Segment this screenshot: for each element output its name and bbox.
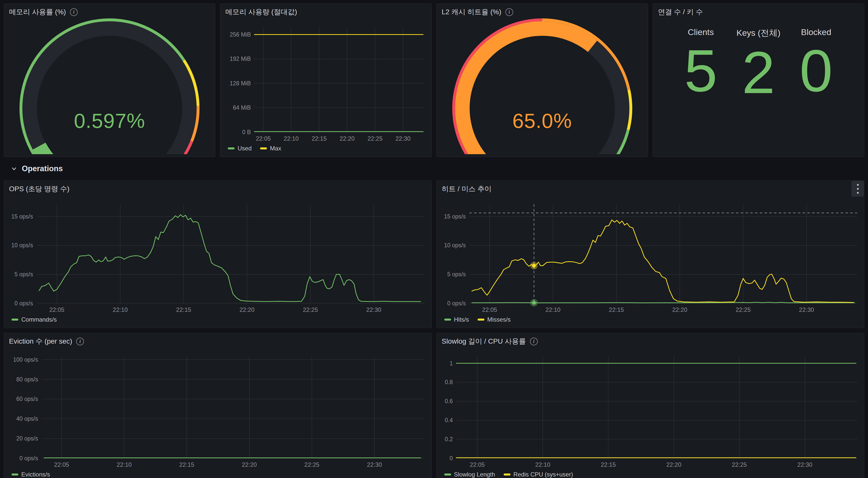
svg-text:5 ops/s: 5 ops/s — [447, 271, 466, 277]
svg-text:22:05: 22:05 — [256, 135, 271, 142]
legend-item-commands-s[interactable]: Commands/s — [11, 316, 57, 323]
stat-value: 2 — [742, 41, 775, 104]
l2-cache-gauge[interactable] — [441, 17, 644, 154]
panel-evictions: Eviction 수 (per sec) i 0 ops/s20 ops/s40… — [4, 333, 432, 478]
stat-label: Blocked — [801, 27, 831, 37]
stat-blocked: Blocked 0 — [787, 27, 845, 154]
stat-group: Clients 5 Keys (전체) 2 Blocked 0 — [657, 17, 860, 154]
legend-label: Hits/s — [454, 316, 469, 323]
legend-item-hits-s[interactable]: Hits/s — [444, 316, 469, 323]
panel-header: 메모리 사용량 (절대값) — [224, 7, 427, 17]
panel-title: L2 캐시 히트율 (%) — [442, 7, 501, 17]
svg-text:22:05: 22:05 — [49, 306, 64, 313]
legend-item-evictions-s[interactable]: Evictions/s — [11, 471, 50, 478]
svg-text:15 ops/s: 15 ops/s — [11, 213, 33, 220]
info-icon[interactable]: i — [530, 338, 538, 345]
svg-text:22:25: 22:25 — [305, 461, 319, 468]
svg-text:22:20: 22:20 — [340, 135, 354, 142]
panel-title: Slowlog 길이 / CPU 사용률 — [442, 337, 526, 346]
middle-row: OPS (초당 명령 수) 0 ops/s5 ops/s10 ops/s15 o… — [4, 180, 864, 328]
panel-slowlog-cpu: Slowlog 길이 / CPU 사용률 i 00.20.40.60.8122:… — [436, 333, 865, 478]
svg-text:22:10: 22:10 — [113, 306, 128, 313]
svg-text:22:15: 22:15 — [176, 306, 191, 313]
svg-text:22:25: 22:25 — [368, 135, 383, 142]
svg-text:22:30: 22:30 — [366, 306, 381, 313]
legend-item-misses-s[interactable]: Misses/s — [477, 316, 511, 323]
svg-text:22:30: 22:30 — [799, 306, 814, 313]
legend-item-slowlog-length[interactable]: Slowlog Length — [444, 471, 495, 478]
panel-menu-kebab-icon[interactable] — [851, 181, 864, 197]
svg-text:22:15: 22:15 — [179, 461, 194, 468]
legend-swatch — [477, 318, 484, 320]
svg-text:22:10: 22:10 — [545, 306, 560, 313]
panel-header: Slowlog 길이 / CPU 사용률 i — [441, 336, 860, 347]
panel-title: OPS (초당 명령 수) — [9, 184, 69, 194]
legend-swatch — [260, 147, 267, 149]
legend-swatch — [444, 318, 451, 320]
memory-usage-gauge[interactable] — [8, 17, 211, 154]
svg-text:22:25: 22:25 — [303, 306, 318, 313]
panel-title: 연결 수 / 키 수 — [658, 7, 703, 17]
panel-header: 연결 수 / 키 수 — [657, 7, 860, 17]
legend-label: Evictions/s — [21, 471, 50, 478]
svg-text:192 MiB: 192 MiB — [230, 56, 251, 62]
svg-text:1: 1 — [450, 360, 453, 367]
gauge-value: 0.597% — [4, 109, 215, 133]
svg-text:22:25: 22:25 — [736, 306, 750, 313]
legend-item-used[interactable]: Used — [228, 145, 252, 152]
svg-text:22:05: 22:05 — [470, 461, 485, 468]
ops-chart[interactable]: 0 ops/s5 ops/s10 ops/s15 ops/s22:0522:10… — [8, 201, 428, 314]
panel-connections-keys: 연결 수 / 키 수 Clients 5 Keys (전체) 2 Blocked… — [653, 3, 864, 157]
stat-label: Clients — [688, 27, 714, 37]
section-title: Operations — [22, 164, 63, 173]
info-icon[interactable]: i — [70, 8, 78, 16]
slowlog-chart[interactable]: 00.20.40.60.8122:0522:1022:1522:2022:252… — [441, 353, 860, 469]
legend-swatch — [504, 474, 510, 476]
svg-text:0.4: 0.4 — [445, 417, 453, 423]
svg-text:22:30: 22:30 — [395, 135, 410, 142]
chevron-down-icon — [11, 165, 17, 172]
svg-text:22:10: 22:10 — [117, 461, 132, 468]
svg-text:22:05: 22:05 — [54, 461, 69, 468]
legend-label: Used — [238, 145, 252, 152]
panel-memory-usage-abs: 메모리 사용량 (절대값) 0 B64 MiB128 MiB192 MiB256… — [220, 3, 432, 157]
svg-text:22:15: 22:15 — [609, 306, 624, 313]
panel-l2-cache-hit: L2 캐시 히트율 (%) i 65.0% — [436, 3, 648, 157]
panel-title: 메모리 사용량 (절대값) — [225, 7, 297, 17]
chart-legend: Commands/s — [8, 314, 428, 325]
section-operations[interactable]: Operations — [4, 157, 864, 180]
panel-memory-usage-pct: 메모리 사용률 (%) i 0.597% — [4, 3, 215, 157]
svg-text:0 ops/s: 0 ops/s — [14, 300, 33, 307]
legend-label: Redis CPU (sys+user) — [514, 471, 573, 478]
legend-item-max[interactable]: Max — [260, 145, 281, 152]
svg-text:10 ops/s: 10 ops/s — [444, 242, 466, 248]
panel-title: 히트 / 미스 추이 — [442, 184, 492, 194]
chart-legend: UsedMax — [224, 143, 427, 154]
panel-hit-miss: 히트 / 미스 추이 0 ops/s5 ops/s10 ops/s15 ops/… — [436, 180, 865, 328]
svg-text:0 ops/s: 0 ops/s — [20, 455, 38, 462]
svg-text:22:30: 22:30 — [797, 461, 812, 468]
svg-text:128 MiB: 128 MiB — [230, 80, 251, 87]
evictions-chart[interactable]: 0 ops/s20 ops/s40 ops/s60 ops/s80 ops/s1… — [8, 353, 428, 469]
legend-item-redis-cpu-sys-user-[interactable]: Redis CPU (sys+user) — [504, 471, 573, 478]
svg-text:0.6: 0.6 — [445, 398, 453, 404]
info-icon[interactable]: i — [505, 8, 513, 16]
panel-header: 히트 / 미스 추이 — [441, 184, 860, 194]
stat-label: Keys (전체) — [737, 27, 780, 39]
memory-abs-chart[interactable]: 0 B64 MiB128 MiB192 MiB256 MiB22:0522:10… — [224, 24, 427, 143]
svg-text:15 ops/s: 15 ops/s — [444, 213, 466, 220]
panel-title: Eviction 수 (per sec) — [9, 337, 72, 346]
svg-text:80 ops/s: 80 ops/s — [16, 376, 38, 383]
svg-text:0: 0 — [450, 455, 453, 462]
svg-text:5 ops/s: 5 ops/s — [14, 271, 33, 277]
svg-text:22:20: 22:20 — [672, 306, 687, 313]
svg-text:22:20: 22:20 — [242, 461, 257, 468]
stat-value: 0 — [800, 39, 833, 102]
svg-text:40 ops/s: 40 ops/s — [16, 415, 38, 422]
panel-header: OPS (초당 명령 수) — [8, 184, 428, 194]
svg-text:22:10: 22:10 — [284, 135, 299, 142]
legend-swatch — [11, 474, 18, 476]
info-icon[interactable]: i — [76, 338, 84, 345]
hit-miss-chart[interactable]: 0 ops/s5 ops/s10 ops/s15 ops/s22:0522:10… — [441, 201, 860, 314]
svg-text:22:15: 22:15 — [601, 461, 616, 468]
